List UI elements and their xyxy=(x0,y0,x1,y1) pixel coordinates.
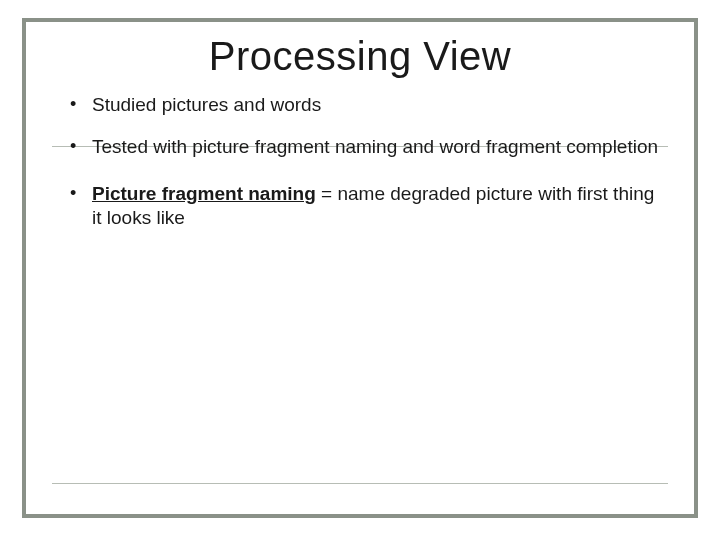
slide-title: Processing View xyxy=(26,22,694,93)
bullet-item: Tested with picture fragment naming and … xyxy=(66,135,666,159)
bullet-text: Tested with picture fragment naming and … xyxy=(92,136,658,157)
bullet-list: Studied pictures and words Tested with p… xyxy=(26,93,694,230)
bullet-text: Studied pictures and words xyxy=(92,94,321,115)
bullet-term: Picture fragment naming xyxy=(92,183,316,204)
bullet-item: Studied pictures and words xyxy=(66,93,666,117)
bullet-item: Picture fragment naming = name degraded … xyxy=(66,182,666,231)
slide-frame: Processing View Studied pictures and wor… xyxy=(22,18,698,518)
divider-bottom xyxy=(52,483,668,484)
